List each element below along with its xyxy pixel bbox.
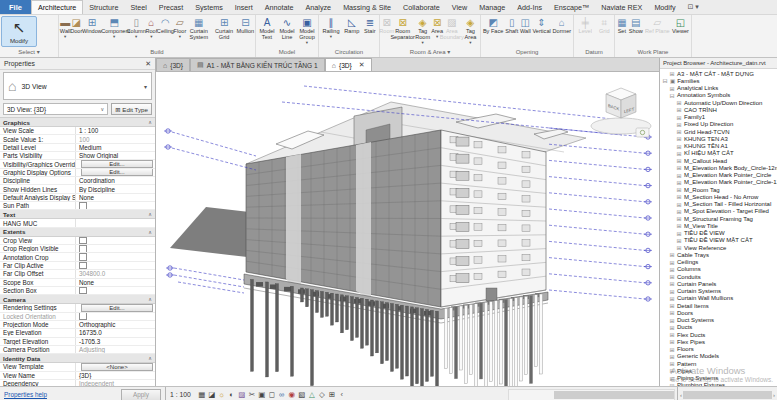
checkbox[interactable] (79, 287, 87, 294)
show-rendering-dialog-icon[interactable]: ▨ (237, 389, 247, 400)
ribbon-tab-collaborate[interactable]: Collaborate (397, 0, 446, 14)
shaft-button[interactable]: ▯Shaft (504, 16, 519, 35)
by-face-button[interactable]: ◩By Face (482, 16, 504, 35)
expand-icon[interactable]: ⊞ (676, 186, 682, 193)
ribbon-tab-architecture[interactable]: Architecture (31, 0, 83, 14)
edit-button[interactable]: Edit... (81, 160, 153, 167)
temporary-hide-isolate-icon[interactable]: ∞ (277, 389, 287, 400)
model-text-button[interactable]: AModel Text (257, 16, 277, 41)
curtain-system-button[interactable]: ▦Curtain System (186, 16, 211, 41)
tree-item-ducts[interactable]: ⊞Ducts (660, 324, 777, 331)
tree-item-curtain-wall-mullions[interactable]: ⊞Curtain Wall Mullions (660, 295, 777, 302)
expand-icon[interactable]: ⊞ (676, 164, 682, 171)
section-graphics[interactable]: Graphics∧ (0, 118, 155, 127)
tree-item-m-elevation-mark-pointer-circle-12m[interactable]: ⊞M_Elevation Mark Pointer_Circle-12m (660, 179, 777, 186)
expand-icon[interactable]: ⊞ (669, 317, 675, 324)
modify-button[interactable]: ↖Modify (1, 16, 37, 47)
ribbon-tab-structure[interactable]: Structure (83, 0, 124, 14)
expand-icon[interactable]: ⊞ (669, 288, 675, 295)
ribbon-tab-insert[interactable]: Insert (229, 0, 259, 14)
tree-item-m-view-title[interactable]: ⊞M_View Title (660, 222, 777, 229)
tree-item-automatic-up-down-direction[interactable]: ⊞Automatic Up/Down Direction (660, 99, 777, 106)
section-text[interactable]: Text∧ (0, 210, 155, 219)
room-separator-button[interactable]: ⊠Room Separator (393, 16, 413, 41)
close-icon[interactable]: ✕ (145, 60, 151, 68)
model-group-button[interactable]: ▣Model Group▾ (297, 16, 317, 46)
reveal-hidden-elements-icon[interactable]: ◉ (287, 389, 297, 400)
show-analytical-model-icon[interactable]: △ (307, 389, 317, 400)
tree-item-ti-u-view[interactable]: ⊞TIÊU ĐỀ VIEW (660, 230, 777, 237)
ribbon-tab-systems[interactable]: Systems (189, 0, 229, 14)
tree-item-flex-ducts[interactable]: ⊞Flex Ducts (660, 331, 777, 338)
tree-item-k-hi-u-m-t-c-t[interactable]: ⊞KÍ HIỆU MẶT CẮT (660, 150, 777, 157)
ribbon-tab-annotate[interactable]: Annotate (259, 0, 300, 14)
expand-icon[interactable]: ⊞ (669, 309, 675, 316)
vertical-button[interactable]: ⇕Vertical (532, 16, 552, 35)
expand-icon[interactable]: ⊞ (669, 331, 675, 338)
expand-icon[interactable]: ⊞ (676, 128, 682, 135)
expand-icon[interactable]: ⊞ (669, 353, 675, 360)
highlight-displacement-sets-icon[interactable]: ◇ (317, 389, 327, 400)
ribbon-tab-naviate-rex[interactable]: Naviate REX (595, 0, 648, 14)
collapse-icon[interactable]: ⊟ (662, 77, 668, 84)
expand-icon[interactable]: ⊞ (669, 360, 675, 367)
expand-icon[interactable]: ⊞ (676, 106, 682, 113)
tree-item-curtain-systems[interactable]: ⊞Curtain Systems (660, 288, 777, 295)
detail-level-icon[interactable]: ▦ (197, 389, 207, 400)
ribbon-tab-precast[interactable]: Precast (153, 0, 189, 14)
ribbon-tab-add-ins[interactable]: Add-Ins (511, 0, 548, 14)
curtain-grid-button[interactable]: ⊞Curtain Grid (211, 16, 236, 41)
expand-icon[interactable]: ⊞ (669, 375, 675, 382)
tree-item-m-callout-head[interactable]: ⊞M_Callout Head (660, 157, 777, 164)
tree-item-m-section-tail-filled-horizontal[interactable]: ⊞M_Section Tail - Filled Horizontal (660, 201, 777, 208)
tree-item-doors[interactable]: ⊞Doors (660, 309, 777, 316)
edit-button[interactable]: Edit... (81, 169, 153, 176)
expand-icon[interactable]: ⊞ (669, 85, 675, 92)
expand-icon[interactable]: ⊞ (676, 222, 682, 229)
expand-icon[interactable]: ⊞ (676, 172, 682, 179)
ribbon-tab-analyze[interactable]: Analyze (300, 0, 338, 14)
tree-item-m-spot-elevation-target-filled[interactable]: ⊞M_Spot Elevation - Target Filled (660, 208, 777, 215)
tree-item-ti-u-view-m-t-c-t[interactable]: ⊞TIÊU ĐỀ VIEW MẶT CẮT (660, 237, 777, 244)
tag-area-button[interactable]: ◈Tag Area▾ (462, 16, 479, 46)
expand-icon[interactable]: ⊞ (669, 367, 675, 374)
show-crop-region-icon[interactable]: ▣ (257, 389, 267, 400)
tree-item-generic-models[interactable]: ⊞Generic Models (660, 353, 777, 360)
expand-icon[interactable]: ⊞ (669, 324, 675, 331)
view-tab-2[interactable]: ⌂{3D}✕ (325, 58, 372, 71)
ribbon-tab-steel[interactable]: Steel (124, 0, 152, 14)
mullion-button[interactable]: ⊟Mullion (237, 16, 254, 35)
viewer-button[interactable]: ◱Viewer (671, 16, 690, 35)
tree-item-cable-trays[interactable]: ⊞Cable Trays (660, 251, 777, 258)
roof-button[interactable]: ⌂Roof▾ (146, 16, 158, 40)
tree-item-duct-systems[interactable]: ⊞Duct Systems (660, 317, 777, 324)
ribbon-tab-massing-site[interactable]: Massing & Site (337, 0, 397, 14)
expand-icon[interactable]: ⊞ (676, 143, 682, 150)
ceiling-button[interactable]: ◠Ceiling (157, 16, 174, 35)
tree-item-m-section-head-no-arrow[interactable]: ⊞M_Section Head - No Arrow (660, 193, 777, 200)
apply-button[interactable]: Apply (121, 389, 161, 400)
expand-icon[interactable]: ⊞ (676, 121, 682, 128)
wall-button[interactable]: ◫Wall (519, 16, 531, 35)
tree-item-ceilings[interactable]: ⊞Ceilings (660, 259, 777, 266)
tree-item-plumbing-fixtures[interactable]: ⊞Plumbing Fixtures (660, 382, 777, 386)
view-scale-button[interactable]: 1 : 100 (170, 391, 191, 398)
section-camera[interactable]: Camera∧ (0, 295, 155, 304)
view-tab-1[interactable]: ▤A1 - MẶT BẰNG KIẾN TRÚC TẦNG 1 (190, 58, 325, 71)
tree-item-m-structural-framing-tag[interactable]: ⊞M_Structural Framing Tag (660, 215, 777, 222)
tree-item-khung-ten-a3[interactable]: ⊞KHUNG TEN A3 (660, 135, 777, 142)
unlocked-view-icon[interactable]: ◻ (267, 389, 277, 400)
expand-icon[interactable]: ⊞ (676, 114, 682, 121)
browser-horizontal-scrollbar[interactable]: ‹› (677, 387, 777, 400)
close-view-icon[interactable]: ✕ (359, 61, 365, 69)
dormer-button[interactable]: ⌂Dormer (552, 16, 572, 35)
tree-item-m-room-tag[interactable]: ⊞M_Room Tag (660, 186, 777, 193)
expand-icon[interactable]: ⊞ (676, 230, 682, 237)
expand-icon[interactable]: ⊞ (676, 201, 682, 208)
instance-selector[interactable]: 3D View: {3D} ∨ (3, 103, 108, 115)
tree-item-piping-systems[interactable]: ⊞Piping Systems (660, 375, 777, 382)
edit-type-button[interactable]: ⊞ Edit Type (111, 103, 152, 115)
tree-item-flex-pipes[interactable]: ⊞Flex Pipes (660, 338, 777, 345)
tree-item-conduits[interactable]: ⊞Conduits (660, 273, 777, 280)
expand-icon[interactable]: ⊞ (669, 338, 675, 345)
